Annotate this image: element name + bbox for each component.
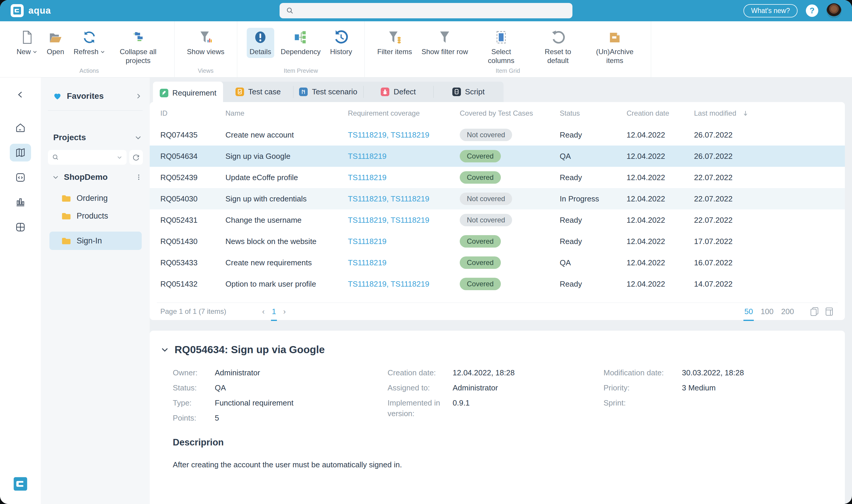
covered-badge: Not covered (460, 129, 512, 141)
folder-item-ordering[interactable]: Ordering (49, 190, 142, 206)
tab-requirement[interactable]: Requirement (153, 82, 223, 104)
table-row[interactable]: RQ074435 Create new account TS1118219, T… (150, 124, 845, 145)
next-page-button[interactable]: › (283, 307, 286, 316)
projects-title: Projects (53, 133, 86, 142)
covered-badge: Not covered (460, 214, 512, 226)
page-size-50[interactable]: 50 (744, 307, 753, 316)
new-button[interactable]: New (14, 28, 40, 58)
whats-new-button[interactable]: What's new? (743, 4, 798, 17)
folder-item-products[interactable]: Products (49, 208, 142, 224)
table-row[interactable]: RQ054030 Sign up with credentials TS1118… (150, 188, 845, 210)
rail-item-scripts[interactable] (10, 168, 31, 186)
chevron-down-icon[interactable] (52, 174, 59, 181)
rail-item-projects[interactable] (10, 144, 31, 162)
chevron-down-icon (33, 49, 37, 54)
global-search-input[interactable] (279, 3, 573, 18)
page-number-1[interactable]: 1 (272, 307, 276, 316)
table-row[interactable]: RQ052431 Change the username TS1118219, … (150, 210, 845, 231)
project-refresh-button[interactable] (129, 150, 143, 165)
details-button[interactable]: Details (247, 28, 274, 58)
chevron-down-icon[interactable] (116, 155, 123, 160)
tab-defect[interactable]: Defect (363, 82, 433, 102)
coverage-link[interactable]: TS1118219 (348, 237, 460, 246)
kebab-menu-icon[interactable] (135, 174, 142, 180)
page-size-100[interactable]: 100 (761, 307, 773, 316)
home-icon (15, 122, 26, 134)
table-row[interactable]: RQ053433 Create new requirements TS11182… (150, 252, 845, 273)
tree-node-shopdemo[interactable]: ShopDemo (41, 170, 150, 184)
sort-descending-icon (742, 109, 749, 117)
folder-item-sign-in[interactable]: Sign-In (49, 232, 142, 250)
collapse-all-projects-button[interactable]: Collapse all projects (111, 28, 165, 67)
show-filter-row-button[interactable]: Show filter row (419, 28, 471, 58)
table-row[interactable]: RQ052439 Update eCoffe profile TS1118219… (150, 167, 845, 188)
prev-page-button[interactable]: ‹ (262, 307, 265, 316)
cell-modified: 26.07.2022 (694, 130, 838, 140)
group-label-actions: Actions (4, 68, 174, 74)
projects-header[interactable]: Projects (41, 131, 150, 144)
filter-items-button[interactable]: Filter items (374, 28, 415, 58)
folder-icon (61, 212, 71, 220)
coverage-link[interactable]: TS1118219 (348, 258, 460, 267)
code-icon (15, 171, 26, 183)
details-icon (253, 30, 268, 45)
column-header-covered[interactable]: Covered by Test Cases (460, 109, 560, 118)
coverage-link[interactable]: TS1118219, TS1118219 (348, 216, 460, 225)
collapse-sidebar-button[interactable] (10, 86, 31, 104)
folder-icon (61, 194, 71, 203)
show-views-button[interactable]: Show views (184, 28, 228, 58)
column-header-modified-label: Last modified (694, 109, 736, 118)
coverage-link[interactable]: TS1118219 (348, 173, 460, 182)
cell-created: 12.04.2022 (627, 216, 694, 225)
coverage-link[interactable]: TS1118219, TS1118219 (348, 130, 460, 140)
project-search-input[interactable] (48, 150, 127, 165)
table-row-selected[interactable]: RQ054634 Sign up via Google TS1118219 Co… (150, 145, 845, 167)
coverage-link[interactable]: TS1118219, TS1118219 (348, 194, 460, 203)
column-header-modified[interactable]: Last modified (694, 109, 838, 118)
rail-item-dashboards[interactable] (10, 218, 31, 236)
cell-id: RQ054634 (160, 152, 225, 161)
tab-script[interactable]: Script (433, 82, 504, 102)
help-button[interactable]: ? (806, 4, 818, 17)
dependency-button[interactable]: Dependency (278, 28, 324, 58)
item-details-card: RQ054634: Sign up via Google Owner:Admin… (150, 331, 845, 504)
cell-status: Ready (560, 280, 627, 289)
folder-label: Sign-In (77, 236, 102, 246)
select-columns-button[interactable]: Select columns (474, 28, 528, 67)
page-size-200[interactable]: 200 (781, 307, 794, 316)
coverage-link[interactable]: TS1118219, TS1118219 (348, 280, 460, 289)
covered-badge: Covered (460, 171, 501, 184)
table-row[interactable]: RQ051430 News block on the website TS111… (150, 231, 845, 252)
cell-id: RQ074435 (160, 130, 225, 140)
rail-item-reports[interactable] (10, 193, 31, 211)
open-folder-icon (48, 30, 63, 45)
table-row[interactable]: RQ051432 Option to mark user profile TS1… (150, 273, 845, 294)
search-icon (286, 7, 294, 15)
column-header-name[interactable]: Name (225, 109, 348, 118)
field-value-priority: 3 Medium (682, 382, 715, 393)
collapse-details-chevron-icon[interactable] (160, 345, 169, 354)
open-button[interactable]: Open (44, 28, 67, 58)
tab-test-scenario[interactable]: Test scenario (293, 82, 363, 102)
history-label: History (330, 47, 352, 56)
rail-item-home[interactable] (10, 119, 31, 137)
export-grid-icon[interactable] (824, 306, 834, 317)
tab-label: Test scenario (312, 87, 357, 96)
coverage-link[interactable]: TS1118219 (348, 152, 460, 161)
refresh-button[interactable]: Refresh (71, 28, 108, 58)
unarchive-items-button[interactable]: (Un)Archive items (588, 28, 641, 67)
column-header-id[interactable]: ID (160, 109, 225, 118)
brand[interactable]: aqua (11, 4, 51, 17)
copy-icon[interactable] (810, 306, 819, 317)
history-button[interactable]: History (327, 28, 355, 58)
column-header-created[interactable]: Creation date (627, 109, 694, 118)
column-header-status[interactable]: Status (560, 109, 627, 118)
chevron-down-icon (100, 49, 105, 54)
tab-test-case[interactable]: Test case (223, 82, 293, 102)
column-header-coverage[interactable]: Requirement coverage (348, 109, 460, 118)
reset-to-default-button[interactable]: Reset to default (531, 28, 584, 67)
cell-id: RQ052439 (160, 173, 225, 182)
favorites-header[interactable]: Favorites (41, 89, 150, 103)
user-avatar[interactable] (827, 3, 841, 18)
cell-status: QA (560, 258, 627, 267)
